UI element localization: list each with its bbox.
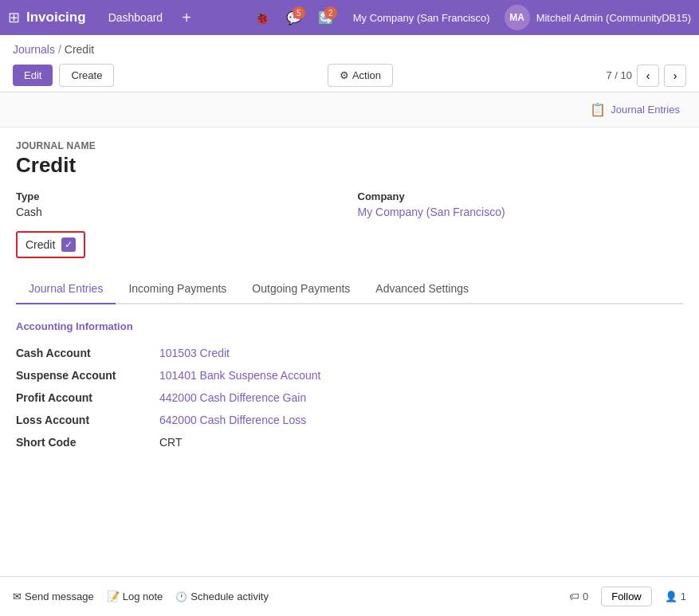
tab-journal-entries[interactable]: Journal Entries [16,274,116,304]
journal-entries-smart-button[interactable]: 📋 Journal Entries [583,99,686,120]
suspense-account-label: Suspense Account [16,369,159,382]
loss-account-link[interactable]: 642000 Cash Difference Loss [159,414,306,426]
type-field: Type Cash [16,190,342,218]
next-page-button[interactable]: › [664,65,686,87]
credit-label: Credit [26,238,55,251]
breadcrumb-separator: / [58,43,61,56]
suspense-account-link[interactable]: 101401 Bank Suspense Account [159,369,320,382]
journal-name-label: Journal Name [16,140,683,151]
company-value[interactable]: My Company (San Francisco) [358,206,684,218]
credit-field: Credit ✓ [16,231,85,258]
form-fields-grid: Type Cash Company My Company (San Franci… [16,190,683,218]
new-item-button[interactable]: + [175,6,198,30]
profit-account-row: Profit Account 442000 Cash Difference Ga… [16,386,683,409]
chat-badge: 5 [293,6,305,19]
credit-checkbox[interactable]: ✓ [61,237,76,252]
dashboard-nav-item[interactable]: Dashboard [102,8,170,27]
activity-badge: 2 [324,6,337,19]
action-gear-icon [340,69,349,81]
type-label: Type [16,190,342,202]
tabs-bar: Journal Entries Incoming Payments Outgoi… [16,274,683,304]
breadcrumb: Journals / Credit [0,35,699,59]
journal-entries-icon: 📋 [590,102,606,117]
profit-account-value: 442000 Cash Difference Gain [159,391,306,404]
cash-account-label: Cash Account [16,347,159,359]
tab-outgoing-payments[interactable]: Outgoing Payments [239,274,363,304]
main-content: Journal Name Credit Type Cash Company My… [0,128,699,466]
breadcrumb-current: Credit [65,43,94,56]
short-code-row: Short Code CRT [16,431,683,453]
prev-page-button[interactable]: ‹ [637,65,659,87]
create-button[interactable]: Create [59,64,114,87]
company-field: Company My Company (San Francisco) [358,190,684,218]
loss-account-value: 642000 Cash Difference Loss [159,414,306,426]
top-navigation: ⊞ Invoicing Dashboard + 🐞 💬 5 🔄 2 My Com… [0,0,699,35]
tab-incoming-payments[interactable]: Incoming Payments [116,274,239,304]
grid-icon[interactable]: ⊞ [8,9,20,26]
activity-icon-btn[interactable]: 🔄 2 [313,5,339,30]
short-code-label: Short Code [16,436,159,449]
company-label: Company [358,190,684,202]
edit-button[interactable]: Edit [13,65,53,86]
user-menu[interactable]: Mitchell Admin (CommunityDB15) [536,12,691,24]
suspense-account-row: Suspense Account 101401 Bank Suspense Ac… [16,364,683,386]
app-name[interactable]: Invoicing [26,10,86,26]
journal-name-section: Journal Name Credit [16,140,683,178]
company-selector[interactable]: My Company (San Francisco) [345,9,498,27]
profit-account-link[interactable]: 442000 Cash Difference Gain [159,391,306,404]
pagination: 7 / 10 ‹ › [606,65,686,87]
loss-account-row: Loss Account 642000 Cash Difference Loss [16,409,683,431]
profit-account-label: Profit Account [16,391,159,404]
suspense-account-value: 101401 Bank Suspense Account [159,369,320,382]
type-value: Cash [16,206,342,218]
breadcrumb-parent[interactable]: Journals [13,43,55,56]
action-label: Action [352,69,381,81]
avatar[interactable]: MA [505,5,530,30]
loss-account-label: Loss Account [16,414,159,426]
journal-name-value: Credit [16,153,683,178]
tab-advanced-settings[interactable]: Advanced Settings [363,274,481,304]
short-code-value: CRT [159,436,183,449]
bug-icon: 🐞 [254,10,270,26]
smart-button-bar: 📋 Journal Entries [0,92,699,128]
cash-account-row: Cash Account 101503 Credit [16,342,683,364]
page-info: 7 / 10 [606,69,632,81]
settings-icon-btn[interactable]: 🐞 [249,5,275,30]
accounting-section-title: Accounting Information [16,320,683,332]
cash-account-link[interactable]: 101503 Credit [159,347,230,359]
chat-icon-btn[interactable]: 💬 5 [281,5,307,30]
journal-entries-smart-label: Journal Entries [611,104,680,116]
toolbar: Edit Create Action 7 / 10 ‹ › [0,59,699,92]
accounting-info-table: Cash Account 101503 Credit Suspense Acco… [16,342,683,453]
action-button[interactable]: Action [328,64,393,87]
cash-account-value: 101503 Credit [159,347,230,359]
